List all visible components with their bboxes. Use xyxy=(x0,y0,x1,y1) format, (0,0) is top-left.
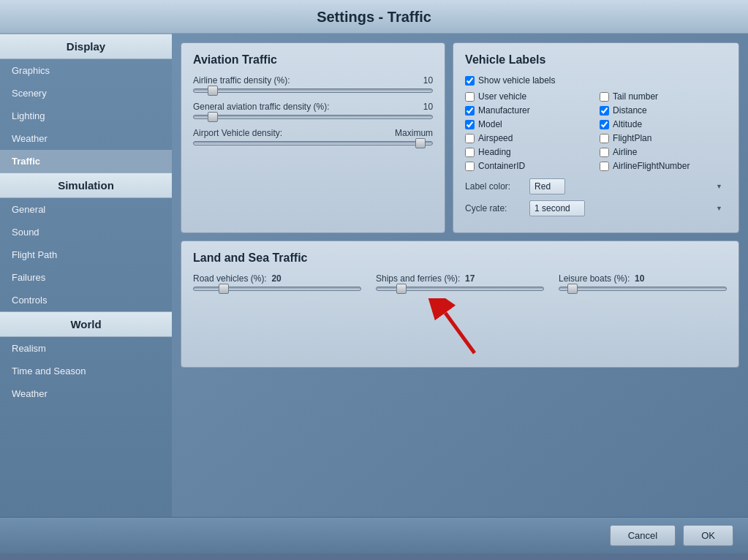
vehicle-labels-title: Vehicle Labels xyxy=(465,53,727,67)
road-vehicles-thumb[interactable] xyxy=(219,284,229,294)
page-title: Settings - Traffic xyxy=(317,9,431,25)
general-density-track[interactable] xyxy=(193,115,433,119)
show-vehicle-labels-label: Show vehicle labels xyxy=(478,75,555,86)
sidebar-item-general[interactable]: General xyxy=(0,198,172,221)
title-bar: Settings - Traffic xyxy=(0,0,748,34)
sidebar-item-weather-world[interactable]: Weather xyxy=(0,382,172,405)
road-vehicles-col: Road vehicles (%): 20 xyxy=(193,273,361,291)
airport-density-label: Airport Vehicle density: xyxy=(193,128,282,138)
checkbox-manufacturer-input[interactable] xyxy=(465,106,475,116)
airport-density-row: Airport Vehicle density: Maximum xyxy=(193,128,433,145)
checkbox-airspeed: Airspeed xyxy=(465,133,592,143)
leisure-boats-col: Leisure boats (%): 10 xyxy=(559,273,727,291)
vehicle-labels-panel: Vehicle Labels Show vehicle labels User … xyxy=(453,42,739,233)
ships-ferries-thumb[interactable] xyxy=(396,284,407,294)
airline-density-label: Airline traffic density (%): xyxy=(193,75,290,86)
label-color-label: Label color: xyxy=(465,181,524,192)
ships-ferries-label: Ships and ferries (%): 17 xyxy=(376,273,475,284)
checkbox-altitude-input[interactable] xyxy=(600,120,609,129)
road-vehicles-track[interactable] xyxy=(193,287,361,291)
airline-density-value: 10 xyxy=(423,75,433,86)
checkbox-flightplan-input[interactable] xyxy=(600,134,609,143)
leisure-boats-label: Leisure boats (%): 10 xyxy=(559,273,644,284)
sidebar-item-sound[interactable]: Sound xyxy=(0,221,172,243)
checkbox-model: Model xyxy=(465,119,592,129)
label-color-wrapper: Red Green Blue White Yellow xyxy=(529,178,727,194)
sidebar-item-realism[interactable]: Realism xyxy=(0,337,172,360)
aviation-traffic-title: Aviation Traffic xyxy=(193,53,433,67)
show-vehicle-labels-row: Show vehicle labels xyxy=(465,75,727,86)
cycle-rate-label: Cycle rate: xyxy=(465,203,524,213)
sidebar-item-failures[interactable]: Failures xyxy=(0,266,172,289)
land-sea-sliders: Road vehicles (%): 20 Ships and ferries … xyxy=(193,273,727,291)
checkbox-airline-input[interactable] xyxy=(600,148,609,157)
airport-density-track[interactable] xyxy=(193,141,433,145)
sidebar-section-world: World xyxy=(0,311,172,337)
sidebar: Display Graphics Scenery Lighting Weathe… xyxy=(0,34,172,517)
checkbox-airline: Airline xyxy=(600,147,727,157)
arrow-annotation xyxy=(193,298,727,357)
content-area: Aviation Traffic Airline traffic density… xyxy=(172,34,748,517)
general-density-row: General aviation traffic density (%): 10 xyxy=(193,102,433,119)
checkbox-tail-number: Tail number xyxy=(600,91,727,102)
ok-button[interactable]: OK xyxy=(683,525,733,546)
sidebar-item-weather-display[interactable]: Weather xyxy=(0,127,172,150)
sidebar-item-graphics[interactable]: Graphics xyxy=(0,59,172,82)
airport-density-thumb[interactable] xyxy=(415,138,426,148)
label-color-row: Label color: Red Green Blue White Yellow xyxy=(465,178,727,194)
cycle-rate-wrapper: 1 second 2 seconds 5 seconds 10 seconds xyxy=(529,200,727,216)
checkbox-airlineflightnumber: AirlineFlightNumber xyxy=(600,161,727,171)
general-density-thumb[interactable] xyxy=(208,112,218,122)
road-vehicles-label: Road vehicles (%): 20 xyxy=(193,273,282,284)
cycle-rate-select[interactable]: 1 second 2 seconds 5 seconds 10 seconds xyxy=(529,200,585,216)
checkbox-heading-input[interactable] xyxy=(465,148,475,157)
checkbox-user-vehicle-input[interactable] xyxy=(465,92,475,102)
label-color-select[interactable]: Red Green Blue White Yellow xyxy=(529,178,565,194)
sidebar-item-flight-path[interactable]: Flight Path xyxy=(0,243,172,266)
red-arrow-svg xyxy=(423,298,496,357)
leisure-boats-thumb[interactable] xyxy=(567,284,578,294)
checkbox-distance: Distance xyxy=(600,105,727,116)
airport-density-value: Maximum xyxy=(395,128,433,138)
ships-ferries-track[interactable] xyxy=(376,287,544,291)
vehicle-label-checkboxes: User vehicle Tail number Manufacturer Di… xyxy=(465,91,727,171)
aviation-traffic-panel: Aviation Traffic Airline traffic density… xyxy=(181,42,445,233)
land-sea-traffic-panel: Land and Sea Traffic Road vehicles (%): … xyxy=(181,241,739,368)
checkbox-containerid: ContainerID xyxy=(465,161,592,171)
land-sea-traffic-title: Land and Sea Traffic xyxy=(193,251,727,265)
checkbox-airlineflightnumber-input[interactable] xyxy=(600,162,609,171)
sidebar-item-lighting[interactable]: Lighting xyxy=(0,105,172,127)
checkbox-flightplan: FlightPlan xyxy=(600,133,727,143)
checkbox-containerid-input[interactable] xyxy=(465,162,475,171)
sidebar-item-scenery[interactable]: Scenery xyxy=(0,82,172,105)
checkbox-model-input[interactable] xyxy=(465,120,475,129)
airline-density-row: Airline traffic density (%): 10 xyxy=(193,75,433,93)
general-density-value: 10 xyxy=(423,102,433,112)
svg-line-1 xyxy=(445,313,475,353)
checkbox-altitude: Altitude xyxy=(600,119,727,129)
ships-ferries-col: Ships and ferries (%): 17 xyxy=(376,273,544,291)
checkbox-distance-input[interactable] xyxy=(600,106,609,116)
sidebar-section-display: Display xyxy=(0,34,172,59)
checkbox-user-vehicle: User vehicle xyxy=(465,91,592,102)
sidebar-item-controls[interactable]: Controls xyxy=(0,289,172,311)
sidebar-item-time-and-season[interactable]: Time and Season xyxy=(0,360,172,382)
airline-density-thumb[interactable] xyxy=(208,86,218,96)
checkbox-airspeed-input[interactable] xyxy=(465,134,475,143)
sidebar-section-simulation: Simulation xyxy=(0,173,172,198)
checkbox-heading: Heading xyxy=(465,147,592,157)
airline-density-track[interactable] xyxy=(193,88,433,93)
show-vehicle-labels-checkbox[interactable] xyxy=(465,76,475,86)
checkbox-manufacturer: Manufacturer xyxy=(465,105,592,116)
cancel-button[interactable]: Cancel xyxy=(610,525,676,546)
footer: Cancel OK xyxy=(0,517,748,553)
cycle-rate-row: Cycle rate: 1 second 2 seconds 5 seconds… xyxy=(465,200,727,216)
checkbox-tail-number-input[interactable] xyxy=(600,92,609,102)
general-density-label: General aviation traffic density (%): xyxy=(193,102,330,112)
leisure-boats-track[interactable] xyxy=(559,287,727,291)
sidebar-item-traffic[interactable]: Traffic xyxy=(0,150,172,173)
